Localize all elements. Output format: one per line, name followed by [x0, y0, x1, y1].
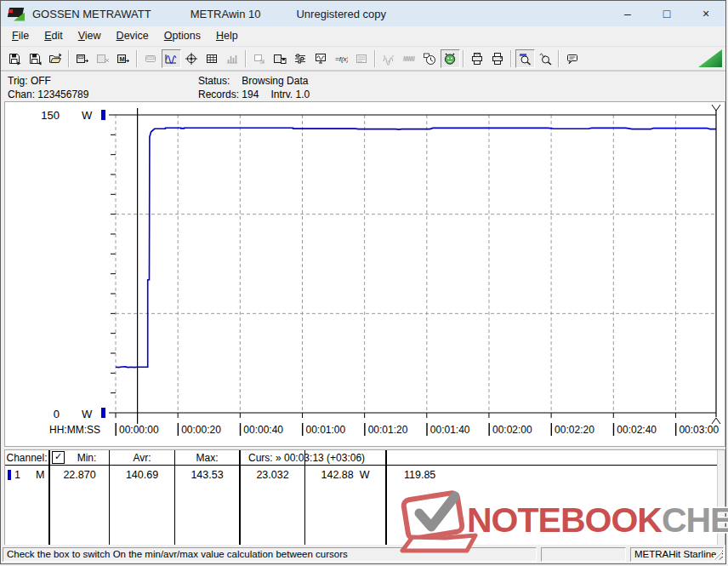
save-as-icon: [28, 52, 42, 66]
formula-fx-icon: =f(x): [334, 52, 348, 66]
cursor2-value: 142.88 W: [305, 466, 385, 483]
toolbar-time-setup-button[interactable]: [420, 49, 440, 68]
minmax-checkbox[interactable]: ✓: [52, 451, 65, 464]
x-tick-label: 00:02:00: [492, 424, 532, 436]
menu-edit[interactable]: Edit: [37, 27, 71, 45]
toolbar-view-chart-button[interactable]: [162, 49, 181, 68]
menu-bar: FileEditViewDeviceOptionsHelp: [1, 26, 725, 47]
x-tick-label: 00:02:40: [617, 424, 657, 436]
device-store-icon: [273, 52, 287, 66]
toolbar-device-panel-button: [352, 49, 372, 68]
wave-dense-icon: [402, 52, 416, 66]
toolbar-monitor-view-button[interactable]: [311, 49, 331, 68]
tooltip-bubble-icon: [566, 52, 579, 66]
toolbar-separator: [374, 50, 376, 67]
menu-device[interactable]: Device: [109, 27, 156, 45]
menu-view[interactable]: View: [71, 27, 109, 45]
menu-file[interactable]: File: [4, 27, 37, 45]
x-tick-label: 00:03:00: [679, 424, 719, 436]
zoom-wave-icon: [518, 52, 532, 66]
menu-options[interactable]: Options: [156, 27, 208, 45]
toolbar: M=f(x): [1, 47, 725, 71]
max-value: 143.53: [175, 466, 239, 483]
close-button[interactable]: ×: [686, 1, 725, 26]
maximize-button[interactable]: □: [647, 1, 686, 26]
device-send-icon: [76, 52, 89, 66]
toolbar-print-report-button[interactable]: [468, 49, 487, 68]
avr-value: 140.69: [110, 466, 174, 483]
toolbar-separator: [510, 50, 512, 67]
x-tick-label: 00:00:40: [243, 424, 283, 436]
view-table-icon: [205, 52, 219, 66]
x-axis-header: HH:MM:SS: [49, 424, 100, 436]
view-crosshair-icon: [185, 52, 198, 66]
toolbar-separator: [245, 50, 247, 67]
toolbar-device-send-button[interactable]: [73, 49, 93, 68]
cursor-extra-value: 119.85: [387, 466, 717, 483]
toolbar-tooltip-bubble-button[interactable]: [563, 49, 583, 68]
toolbar-formula-fx-button[interactable]: =f(x): [332, 49, 351, 68]
y-min-label: 0: [54, 408, 60, 420]
toolbar-wave-dense-button: [400, 49, 419, 68]
channel-mode: M: [36, 469, 44, 481]
gossen-green-triangle-logo: [698, 49, 722, 67]
save-file-icon: [8, 52, 21, 66]
minimize-button[interactable]: –: [608, 1, 647, 26]
y-unit-bottom: W: [82, 408, 93, 420]
status-bar: Check the box to switch On the min/avr/m…: [1, 545, 725, 563]
column-header-max: Max:: [175, 450, 239, 466]
column-header-min: Min:: [65, 452, 109, 464]
toolbar-print-button[interactable]: [488, 49, 508, 68]
toolbar-view-crosshair-button[interactable]: [182, 49, 202, 68]
toolbar-save-as-button[interactable]: [26, 49, 45, 68]
channel-list-icon: [293, 52, 307, 66]
toolbar-save-file-button[interactable]: [5, 49, 25, 68]
print-report-icon: [470, 52, 484, 66]
statusbar-device-name: METRAHit Starline-Seri: [630, 547, 724, 562]
toolbar-separator: [68, 50, 70, 67]
svg-text:M: M: [119, 54, 124, 62]
table-scrollbar[interactable]: [717, 450, 725, 546]
toolbar-separator: [558, 50, 560, 67]
channel-table-panel: Channel: 1 M ✓ Min: 22.870 Avr: 140.69: [4, 449, 725, 546]
title-bar: GOSSEN METRAWATT METRAwin 10 Unregistere…: [1, 1, 725, 26]
toolbar-zoom-wave-button[interactable]: [515, 49, 535, 68]
menu-help[interactable]: Help: [208, 27, 246, 45]
channel-status: Chan: 123456789: [8, 88, 88, 101]
x-tick-label: 00:02:20: [555, 424, 594, 436]
toolbar-device-store-button[interactable]: [270, 49, 290, 68]
interval-value: Intrv. 1.0: [270, 89, 310, 100]
y-unit-top: W: [82, 109, 93, 122]
records-count: Records: 194: [198, 89, 259, 100]
x-tick-label: 00:01:40: [430, 424, 470, 436]
live-view-icon: [443, 52, 457, 66]
open-file-icon: [48, 52, 62, 66]
device-clear-icon: [96, 52, 110, 66]
channel-range-marker-bottom: [101, 408, 105, 418]
x-tick-label: 00:01:00: [305, 424, 345, 436]
y-max-label: 150: [41, 109, 60, 122]
trigger-status: Trig: OFF: [8, 74, 88, 88]
cursor-2-bottom-marker: [712, 418, 720, 424]
status-label: Status:: [198, 75, 230, 87]
view-chart-icon: [164, 52, 178, 66]
toolbar-channel-list-button[interactable]: [291, 49, 310, 68]
app-logo-icon: [9, 7, 25, 21]
toolbar-live-view-button[interactable]: [441, 49, 460, 68]
toolbar-separator: [463, 50, 464, 67]
window-export-icon: [253, 52, 266, 66]
toolbar-open-file-button[interactable]: [46, 49, 65, 68]
toolbar-view-table-button[interactable]: [202, 49, 222, 68]
channel-id: 1: [14, 469, 20, 481]
power-chart[interactable]: 150W0W00:00:0000:00:2000:00:4000:01:0000…: [5, 102, 725, 446]
status-value: Browsing Data: [242, 75, 308, 87]
toolbar-zoom-lens-button[interactable]: [536, 49, 555, 68]
channel-color-bar: [8, 470, 11, 480]
channel-range-marker-top: [101, 110, 105, 120]
chart-panel: 150W0W00:00:0000:00:2000:00:4000:01:0000…: [4, 101, 725, 447]
app-window: GOSSEN METRAWATT METRAwin 10 Unregistere…: [0, 0, 726, 564]
toolbar-display-panel-button: [141, 49, 161, 68]
memory-read-icon: M: [117, 52, 130, 66]
toolbar-memory-read-button[interactable]: M: [114, 49, 134, 68]
cursor-2-top-marker: [712, 105, 720, 111]
